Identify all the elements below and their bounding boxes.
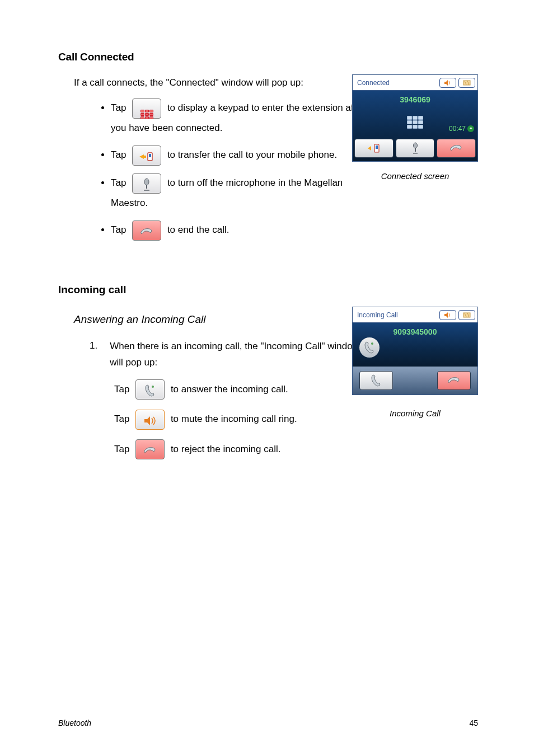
answer-button[interactable] — [359, 371, 393, 390]
step-body: When there is an incoming call, the "Inc… — [110, 339, 369, 371]
svg-point-4 — [144, 179, 149, 185]
page-footer: Bluetooth 45 — [58, 717, 478, 729]
svg-point-15 — [152, 386, 154, 388]
heading-incoming-call: Incoming call — [58, 282, 478, 298]
substep-reject: Tap to reject the incoming call. — [114, 439, 478, 460]
footer-page-number: 45 — [469, 717, 478, 729]
text-fragment: Tap — [114, 414, 132, 424]
end-call-button[interactable] — [437, 139, 476, 158]
svg-rect-3 — [149, 154, 151, 157]
svg-marker-7 — [444, 80, 448, 86]
reject-call-icon — [135, 439, 165, 459]
footer-section: Bluetooth — [58, 717, 91, 729]
map-icon[interactable] — [458, 310, 475, 320]
svg-rect-1 — [144, 156, 146, 158]
step-number: 1. — [90, 339, 97, 371]
text-fragment: Tap — [111, 149, 129, 160]
text-fragment: Tap — [114, 384, 132, 395]
phone-number: 3946069 — [353, 91, 477, 107]
screen-title: Incoming Call — [355, 310, 398, 320]
text-fragment: Tap — [111, 177, 129, 188]
connected-screen: Connected 3946069 00:47 ✦ — [352, 74, 478, 162]
svg-marker-9 — [368, 146, 371, 151]
text-fragment: Tap — [114, 444, 132, 454]
bullet-transfer: Tap to transfer the call to your mobile … — [111, 145, 368, 166]
mute-ring-icon — [135, 410, 165, 430]
svg-point-19 — [371, 342, 373, 345]
transfer-to-mobile-icon — [132, 145, 161, 166]
text-fragment: Tap — [111, 102, 129, 113]
volume-icon[interactable] — [439, 78, 456, 88]
caption-incoming: Incoming Call — [352, 402, 478, 420]
bullet-end-call: Tap to end the call. — [111, 220, 368, 241]
text-fragment: to end the call. — [167, 224, 229, 235]
map-icon[interactable] — [458, 78, 475, 88]
text-fragment: to reject the incoming call. — [171, 444, 281, 454]
mute-mic-button[interactable] — [396, 139, 435, 158]
svg-marker-17 — [444, 312, 448, 318]
svg-rect-5 — [146, 185, 147, 189]
clock-icon: ✦ — [467, 125, 474, 132]
bullet-keypad: Tap to display a keypad to enter the ext… — [111, 98, 368, 138]
transfer-button[interactable] — [354, 139, 394, 158]
text-fragment: to transfer the call to your mobile phon… — [167, 149, 337, 160]
text-fragment: to answer the incoming call. — [171, 384, 288, 395]
reject-button[interactable] — [437, 371, 471, 390]
bullet-list: Tap to display a keypad to enter the ext… — [111, 98, 368, 241]
keypad-icon — [407, 116, 423, 129]
step-1: 1. When there is an incoming call, the "… — [90, 339, 369, 371]
svg-point-12 — [413, 143, 417, 148]
phone-number: 9093945000 — [353, 323, 477, 338]
bullet-mute-mic: Tap to turn off the microphone in the Ma… — [111, 173, 368, 213]
screen-header: Incoming Call — [353, 307, 477, 323]
screen-title: Connected — [355, 78, 390, 88]
incoming-screen: Incoming Call 9093945000 — [352, 307, 478, 395]
end-call-icon — [132, 220, 161, 241]
screen-header: Connected — [353, 75, 477, 91]
answer-call-icon — [135, 379, 165, 400]
svg-marker-0 — [139, 154, 144, 159]
svg-marker-16 — [144, 416, 150, 425]
text-fragment: to mute the incoming call ring. — [171, 414, 297, 424]
svg-rect-11 — [376, 145, 378, 149]
microphone-icon — [132, 173, 161, 194]
timer-value: 00:47 — [449, 124, 466, 134]
phone-ringing-icon — [359, 337, 380, 358]
intro-text: If a call connects, the "Connected" wind… — [74, 76, 303, 90]
heading-call-connected: Call Connected — [58, 49, 478, 65]
call-timer: 00:47 ✦ — [449, 124, 474, 134]
caption-connected: Connected screen — [352, 165, 478, 183]
keypad-icon — [132, 98, 161, 119]
text-fragment: Tap — [111, 224, 129, 235]
svg-rect-13 — [415, 148, 416, 152]
volume-icon[interactable] — [439, 310, 456, 320]
